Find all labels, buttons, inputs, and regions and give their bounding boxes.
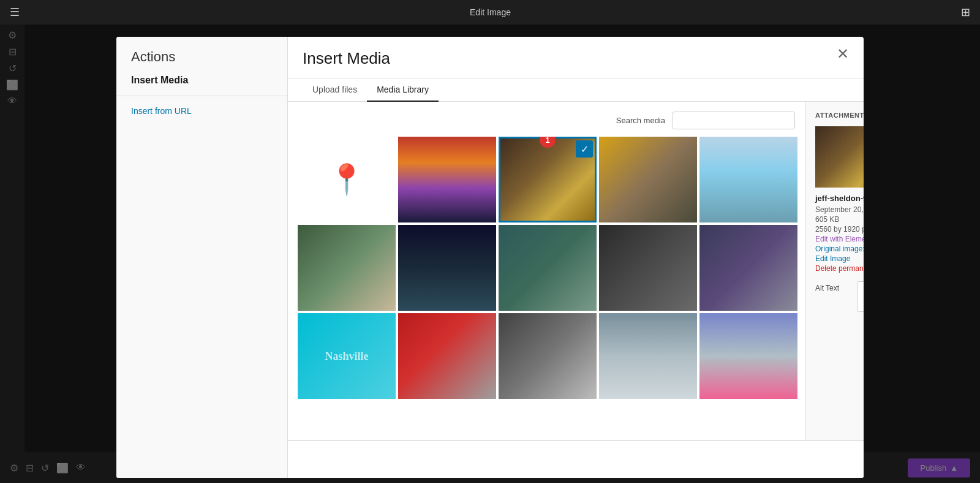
menu-icon[interactable]: ☰ bbox=[10, 6, 20, 19]
media-item[interactable] bbox=[499, 313, 597, 399]
selection-check-badge: ✓ bbox=[576, 140, 593, 158]
dialog-header: Insert Media ✕ bbox=[288, 37, 864, 78]
media-item[interactable] bbox=[398, 313, 496, 399]
attachment-dimensions: 2560 by 1920 pixels bbox=[815, 225, 864, 234]
search-row: Search media bbox=[298, 112, 805, 129]
delete-permanently-link[interactable]: Delete permanently bbox=[815, 264, 864, 273]
attachment-filesize: 605 KB bbox=[815, 215, 864, 224]
dialog-footer: 2 Select bbox=[288, 440, 864, 478]
tab-upload-files[interactable]: Upload files bbox=[303, 78, 367, 102]
learn-how-link[interactable]: Learn how to describe the bbox=[815, 314, 864, 322]
attachment-thumbnail bbox=[815, 126, 864, 188]
media-grid-area: Search media 📍 bbox=[288, 102, 805, 440]
alt-text-row: Alt Text bbox=[815, 281, 864, 312]
grid-icon[interactable]: ⊞ bbox=[961, 6, 970, 19]
insert-media-dialog: Actions Insert Media Insert from URL Ins… bbox=[116, 37, 864, 478]
attachment-details-panel: ATTACHMENT DETAILS jeff-sheldon-9SyOKYrq… bbox=[805, 102, 864, 440]
tabs-bar: Upload files Media Library bbox=[288, 78, 864, 102]
media-item[interactable]: 📍 bbox=[298, 137, 396, 222]
dialog-content: Search media 📍 bbox=[288, 102, 864, 440]
search-media-label: Search media bbox=[616, 116, 665, 125]
insert-from-url-link[interactable]: Insert from URL bbox=[116, 96, 287, 126]
grid-scroll-wrapper[interactable]: 📍 1 ✓ bbox=[298, 137, 805, 440]
media-item[interactable] bbox=[699, 137, 797, 222]
map-pin-icon: 📍 bbox=[328, 162, 365, 197]
alt-text-input[interactable] bbox=[857, 281, 864, 312]
media-item[interactable]: Nashville bbox=[298, 313, 396, 399]
actions-heading: Actions bbox=[116, 37, 287, 70]
media-grid: 📍 1 ✓ bbox=[298, 137, 802, 409]
attachment-details-title: ATTACHMENT DETAILS bbox=[815, 112, 864, 119]
media-item[interactable] bbox=[599, 313, 697, 399]
dialog-left-panel: Actions Insert Media Insert from URL bbox=[116, 37, 288, 478]
attachment-date: September 20, 2024 bbox=[815, 205, 864, 214]
close-button[interactable]: ✕ bbox=[832, 47, 854, 61]
original-image-link[interactable]: Original image: jeff-sheldon-9SyOKYrq-rE… bbox=[815, 245, 864, 253]
media-item[interactable] bbox=[699, 225, 797, 311]
dialog-backdrop: Actions Insert Media Insert from URL Ins… bbox=[0, 25, 980, 483]
dialog-main-area: Insert Media ✕ Upload files Media Librar… bbox=[288, 37, 864, 478]
tab-media-library[interactable]: Media Library bbox=[367, 78, 439, 102]
page-title: Edit Image bbox=[29, 7, 951, 17]
alt-text-label: Alt Text bbox=[815, 281, 852, 292]
media-item-selected[interactable]: 1 ✓ bbox=[499, 137, 597, 222]
media-item[interactable] bbox=[298, 225, 396, 311]
attachment-filename: jeff-sheldon-9SyOKYrq-rE-unsplash-1-scal… bbox=[815, 194, 864, 203]
search-input[interactable] bbox=[673, 112, 795, 129]
media-item[interactable] bbox=[699, 313, 797, 399]
edit-image-link[interactable]: Edit Image bbox=[815, 254, 864, 263]
dialog-title: Insert Media bbox=[303, 49, 390, 78]
media-item[interactable] bbox=[499, 225, 597, 311]
insert-media-label: Insert Media bbox=[116, 70, 287, 96]
media-item[interactable] bbox=[398, 137, 496, 222]
edit-elementor-link[interactable]: Edit with Elementor AI bbox=[815, 235, 864, 243]
media-item[interactable] bbox=[398, 225, 496, 311]
top-bar: ☰ Edit Image ⊞ bbox=[0, 0, 980, 25]
media-item[interactable] bbox=[599, 137, 697, 222]
media-item[interactable] bbox=[599, 225, 697, 311]
